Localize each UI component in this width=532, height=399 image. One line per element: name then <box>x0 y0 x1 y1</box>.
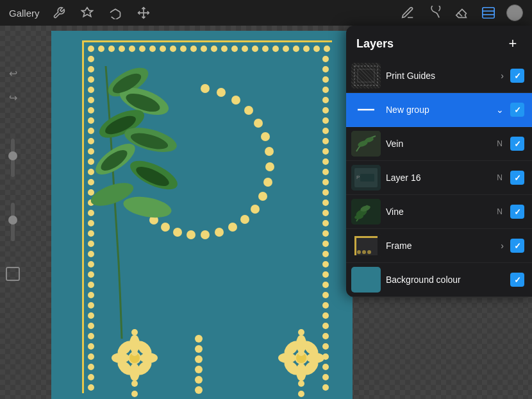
svg-rect-167 <box>351 63 381 89</box>
svg-point-63 <box>313 46 320 52</box>
svg-point-88 <box>322 292 329 298</box>
svg-point-151 <box>131 329 138 335</box>
layer-item-vein[interactable]: Vein N <box>346 127 532 161</box>
svg-point-74 <box>322 148 329 155</box>
svg-point-21 <box>88 179 94 185</box>
svg-point-32 <box>88 292 94 298</box>
layer-checkbox-layer16[interactable] <box>510 171 524 185</box>
layer-item-background-colour[interactable]: Background colour <box>346 263 532 297</box>
svg-point-86 <box>322 271 329 278</box>
svg-point-57 <box>252 46 258 52</box>
svg-point-114 <box>173 228 182 237</box>
layer-chevron-print-guides: › <box>501 71 504 81</box>
svg-point-105 <box>265 162 274 171</box>
layer-thumb-background-colour <box>351 267 381 293</box>
layer-checkbox-vine[interactable] <box>510 205 524 219</box>
svg-point-69 <box>322 97 329 103</box>
svg-point-41 <box>88 384 94 391</box>
eraser-tool-icon[interactable] <box>453 4 470 22</box>
layer-item-layer16[interactable]: P Layer 16 N <box>346 161 532 195</box>
layer-checkbox-new-group[interactable] <box>510 103 524 117</box>
brush-opacity-slider[interactable] <box>11 203 15 241</box>
svg-point-26 <box>88 230 94 237</box>
svg-point-46 <box>139 46 145 52</box>
svg-point-51 <box>190 46 197 52</box>
layer-thumb-layer16: P <box>351 165 381 191</box>
pen-tool-icon[interactable] <box>399 4 417 22</box>
svg-point-84 <box>322 251 329 257</box>
layer-item-vine[interactable]: Vine N <box>346 195 532 229</box>
selection-shape-indicator[interactable] <box>6 267 20 281</box>
svg-point-91 <box>322 323 329 329</box>
layers-panel-title: Layers <box>356 37 394 51</box>
svg-point-108 <box>251 205 260 214</box>
svg-point-85 <box>322 261 329 267</box>
layers-tool-icon[interactable] <box>479 4 497 22</box>
svg-point-189 <box>367 250 371 254</box>
svg-point-159 <box>195 366 203 373</box>
svg-point-95 <box>322 364 329 370</box>
layer-mode-vine: N <box>497 207 503 216</box>
transform-icon[interactable] <box>135 4 153 22</box>
svg-point-97 <box>322 384 329 391</box>
svg-rect-7 <box>82 40 332 42</box>
canvas-illustration[interactable] <box>51 31 353 399</box>
svg-point-112 <box>201 230 210 239</box>
svg-point-106 <box>263 178 272 187</box>
svg-point-30 <box>88 271 94 278</box>
layers-add-button[interactable]: + <box>504 35 522 53</box>
svg-point-68 <box>322 87 329 93</box>
svg-point-78 <box>322 189 329 196</box>
svg-point-66 <box>322 66 329 72</box>
svg-point-90 <box>322 312 329 319</box>
svg-point-45 <box>129 46 135 52</box>
layer-name-vein: Vein <box>386 139 492 149</box>
svg-point-35 <box>88 323 94 329</box>
undo-button[interactable]: ↩ <box>4 64 22 82</box>
gallery-button[interactable]: Gallery <box>9 8 40 19</box>
layer-thumb-print-guides <box>351 63 381 89</box>
user-avatar[interactable] <box>506 4 523 21</box>
top-bar-left: Gallery <box>9 4 153 22</box>
svg-rect-185 <box>354 236 356 255</box>
layer-mode-layer16: N <box>497 173 503 182</box>
layers-panel: Layers + Print Guides › New group ⌄ <box>346 26 532 297</box>
layer-name-print-guides: Print Guides <box>386 71 495 81</box>
svg-point-113 <box>187 230 195 239</box>
svg-point-152 <box>131 339 138 346</box>
layer-checkbox-vein[interactable] <box>510 137 524 151</box>
svg-rect-2 <box>483 8 494 19</box>
svg-point-187 <box>357 250 361 254</box>
adjustments-icon[interactable] <box>78 4 96 22</box>
layer-checkbox-frame[interactable] <box>510 239 524 253</box>
layer-item-frame[interactable]: Frame › <box>346 229 532 263</box>
selection-icon[interactable] <box>106 4 124 22</box>
svg-point-15 <box>88 117 94 124</box>
svg-point-89 <box>322 302 329 309</box>
svg-point-100 <box>231 96 240 105</box>
svg-point-52 <box>201 46 207 52</box>
layer-mode-vein: N <box>497 139 503 148</box>
svg-point-80 <box>322 210 329 216</box>
svg-point-55 <box>231 46 238 52</box>
svg-point-64 <box>324 46 330 52</box>
svg-point-75 <box>322 158 329 165</box>
smudge-tool-icon[interactable] <box>426 4 444 22</box>
svg-rect-168 <box>354 66 378 85</box>
svg-point-104 <box>265 147 274 156</box>
layer-item-new-group[interactable]: New group ⌄ <box>346 93 532 127</box>
wrench-icon[interactable] <box>50 4 68 22</box>
layer-item-print-guides[interactable]: Print Guides › <box>346 59 532 93</box>
layer-name-layer16: Layer 16 <box>386 173 492 183</box>
redo-button[interactable]: ↪ <box>4 89 22 106</box>
svg-rect-6 <box>82 40 84 393</box>
left-toolbar: ↩ ↪ <box>0 51 26 399</box>
brush-size-slider[interactable] <box>11 139 15 177</box>
layer-checkbox-background-colour[interactable] <box>510 273 524 287</box>
layers-panel-header: Layers + <box>346 26 532 59</box>
svg-point-83 <box>322 241 329 247</box>
layer-checkbox-print-guides[interactable] <box>510 69 524 83</box>
svg-point-24 <box>88 210 94 216</box>
svg-point-53 <box>211 46 217 52</box>
svg-point-40 <box>88 374 94 380</box>
